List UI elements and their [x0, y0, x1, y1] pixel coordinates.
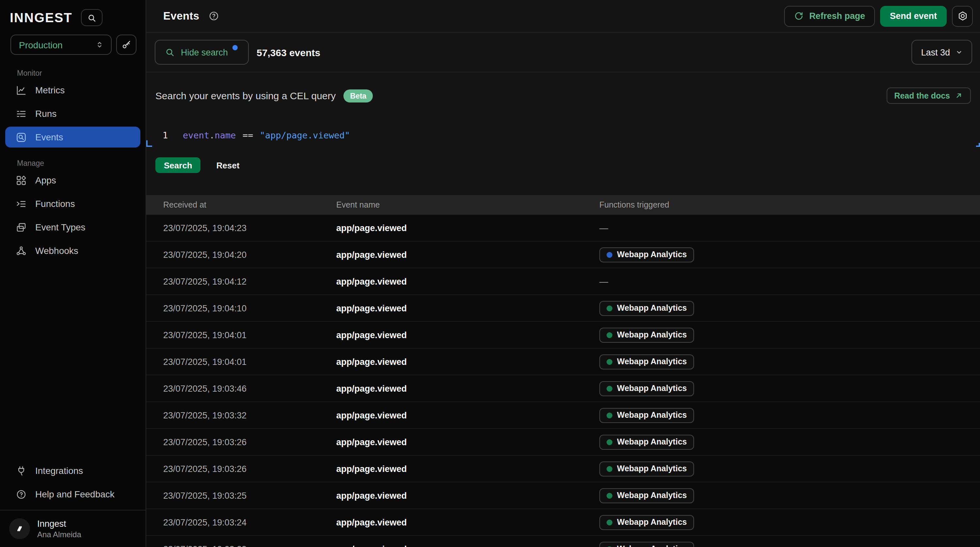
sidebar: INNGEST Production Monitor: [0, 0, 146, 547]
table-row[interactable]: 23/07/2025, 19:03:24 app/page.viewed Web…: [146, 509, 980, 536]
sidebar-item-help[interactable]: Help and Feedback: [5, 484, 140, 504]
hide-search-button[interactable]: Hide search: [155, 40, 249, 65]
sidebar-item-label: Events: [35, 132, 63, 142]
column-header-functions-triggered: Functions triggered: [599, 200, 980, 210]
function-badge[interactable]: Webapp Analytics: [599, 515, 694, 530]
function-badge[interactable]: Webapp Analytics: [599, 381, 694, 396]
status-dot: [606, 493, 612, 498]
section-label-monitor: Monitor: [17, 69, 146, 77]
function-badge[interactable]: Webapp Analytics: [599, 434, 694, 449]
table-row[interactable]: 23/07/2025, 19:03:46 app/page.viewed Web…: [146, 375, 980, 402]
sidebar-item-metrics[interactable]: Metrics: [5, 80, 140, 100]
function-badge[interactable]: Webapp Analytics: [599, 328, 694, 342]
events-table: Received at Event name Functions trigger…: [146, 195, 980, 547]
search-button[interactable]: Search: [155, 157, 201, 173]
cel-panel-title: Search your events by using a CEL query: [155, 90, 336, 101]
badge-label: Webapp Analytics: [617, 304, 687, 313]
cell-event-name: app/page.viewed: [336, 303, 599, 313]
badge-label: Webapp Analytics: [617, 384, 687, 393]
plug-icon: [16, 465, 27, 476]
sidebar-item-label: Help and Feedback: [35, 489, 115, 499]
sidebar-item-functions[interactable]: Functions: [5, 193, 140, 214]
badge-label: Webapp Analytics: [617, 330, 687, 339]
cell-received-at: 23/07/2025, 19:04:10: [163, 303, 336, 313]
table-header-row: Received at Event name Functions trigger…: [146, 195, 980, 215]
cell-received-at: 23/07/2025, 19:03:25: [163, 491, 336, 500]
cel-query-editor[interactable]: 1 event.name == "app/page.viewed": [146, 123, 980, 147]
refresh-label: Refresh page: [809, 11, 865, 21]
function-badge[interactable]: Webapp Analytics: [599, 354, 694, 369]
table-row[interactable]: 23/07/2025, 19:03:23 app/page.viewed Web…: [146, 536, 980, 547]
table-row[interactable]: 23/07/2025, 19:03:32 app/page.viewed Web…: [146, 402, 980, 429]
table-row[interactable]: 23/07/2025, 19:04:01 app/page.viewed Web…: [146, 348, 980, 375]
function-badge[interactable]: Webapp Analytics: [599, 541, 694, 547]
cell-event-name: app/page.viewed: [336, 437, 599, 447]
cell-event-name: app/page.viewed: [336, 464, 599, 474]
sidebar-item-integrations[interactable]: Integrations: [5, 460, 140, 481]
reset-button[interactable]: Reset: [216, 160, 240, 170]
table-row[interactable]: 23/07/2025, 19:04:01 app/page.viewed Web…: [146, 322, 980, 348]
function-badge[interactable]: Webapp Analytics: [599, 247, 694, 262]
function-badge[interactable]: Webapp Analytics: [599, 461, 694, 476]
badge-label: Webapp Analytics: [617, 250, 687, 259]
table-body: 23/07/2025, 19:04:23 app/page.viewed — 2…: [146, 215, 980, 547]
badge-label: Webapp Analytics: [617, 464, 687, 473]
sidebar-nav: Monitor Metrics Runs Events Manage: [0, 55, 146, 264]
environment-selector[interactable]: Production: [10, 35, 111, 55]
sidebar-item-apps[interactable]: Apps: [5, 170, 140, 191]
no-function-dash: —: [599, 223, 608, 233]
refresh-page-button[interactable]: Refresh page: [784, 6, 875, 26]
table-row[interactable]: 23/07/2025, 19:04:10 app/page.viewed Web…: [146, 295, 980, 322]
function-badge[interactable]: Webapp Analytics: [599, 488, 694, 503]
function-badge[interactable]: Webapp Analytics: [599, 301, 694, 316]
gear-icon: [957, 10, 968, 22]
sidebar-item-label: Integrations: [35, 466, 83, 476]
status-dot: [606, 412, 612, 418]
sidebar-item-event-types[interactable]: Event Types: [5, 217, 140, 238]
chevron-down-icon: [955, 48, 964, 57]
sidebar-footer: Integrations Help and Feedback Inngest A…: [0, 458, 146, 547]
cell-received-at: 23/07/2025, 19:03:26: [163, 437, 336, 447]
column-header-event-name: Event name: [336, 200, 599, 210]
beta-badge: Beta: [344, 89, 373, 102]
sidebar-search-button[interactable]: [81, 9, 102, 26]
function-badge[interactable]: Webapp Analytics: [599, 408, 694, 423]
table-row[interactable]: 23/07/2025, 19:03:26 app/page.viewed Web…: [146, 456, 980, 482]
hide-search-label: Hide search: [181, 47, 228, 57]
table-row[interactable]: 23/07/2025, 19:04:12 app/page.viewed —: [146, 268, 980, 295]
cell-received-at: 23/07/2025, 19:04:01: [163, 357, 336, 367]
sidebar-item-events[interactable]: Events: [5, 127, 140, 148]
events-count: 57,363 events: [256, 47, 320, 58]
send-event-button[interactable]: Send event: [880, 6, 947, 26]
cell-event-name: app/page.viewed: [336, 491, 599, 500]
badge-label: Webapp Analytics: [617, 437, 687, 447]
column-header-received-at: Received at: [163, 200, 336, 210]
sidebar-item-label: Webhooks: [35, 245, 78, 256]
sidebar-item-label: Apps: [35, 175, 56, 185]
chart-line-icon: [16, 84, 27, 95]
sidebar-item-label: Event Types: [35, 222, 86, 232]
sidebar-item-webhooks[interactable]: Webhooks: [5, 240, 140, 261]
sidebar-item-runs[interactable]: Runs: [5, 103, 140, 124]
table-row[interactable]: 23/07/2025, 19:04:20 app/page.viewed Web…: [146, 242, 980, 268]
read-docs-button[interactable]: Read the docs: [886, 87, 971, 104]
table-row[interactable]: 23/07/2025, 19:03:26 app/page.viewed Web…: [146, 429, 980, 456]
status-dot: [606, 519, 612, 525]
table-row[interactable]: 23/07/2025, 19:03:25 app/page.viewed Web…: [146, 482, 980, 509]
status-dot: [606, 305, 612, 311]
account-menu[interactable]: Inngest Ana Almeida: [0, 510, 146, 547]
cell-event-name: app/page.viewed: [336, 277, 599, 286]
external-link-icon: [955, 91, 963, 100]
table-row[interactable]: 23/07/2025, 19:04:23 app/page.viewed —: [146, 215, 980, 242]
badge-label: Webapp Analytics: [617, 357, 687, 366]
sidebar-item-label: Runs: [35, 108, 56, 119]
cel-query-code: event.name == "app/page.viewed": [183, 130, 350, 140]
settings-button[interactable]: [952, 6, 973, 26]
api-keys-button[interactable]: [116, 35, 137, 55]
code-token-object: event: [183, 130, 209, 140]
cell-event-name: app/page.viewed: [336, 410, 599, 420]
events-help-icon[interactable]: [208, 10, 220, 22]
sidebar-item-label: Metrics: [35, 85, 65, 95]
code-token-property: name: [215, 130, 236, 140]
time-range-dropdown[interactable]: Last 3d: [911, 40, 972, 65]
